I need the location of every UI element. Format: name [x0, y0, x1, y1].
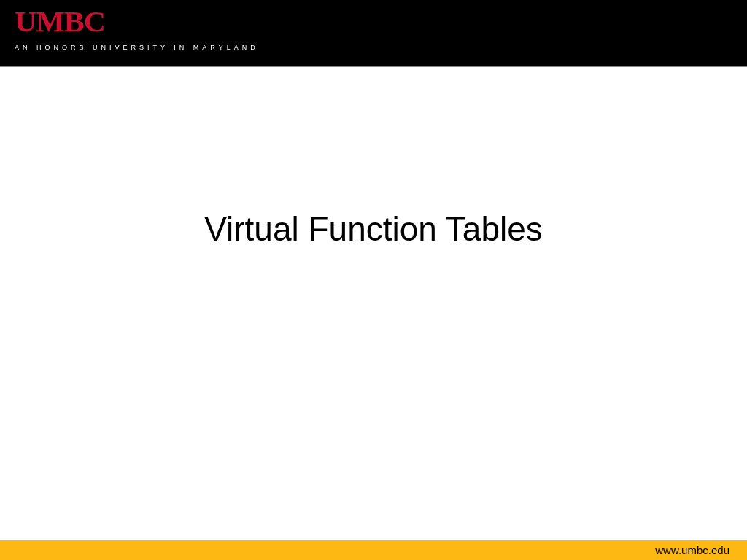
university-tagline: AN HONORS UNIVERSITY IN MARYLAND — [15, 44, 732, 51]
slide-footer: www.umbc.edu — [0, 540, 747, 560]
footer-url: www.umbc.edu — [655, 544, 729, 556]
umbc-logo: UMBC — [15, 7, 747, 36]
slide-title: Virtual Function Tables — [204, 209, 543, 249]
slide-content: Virtual Function Tables — [0, 67, 747, 540]
slide-header: UMBC AN HONORS UNIVERSITY IN MARYLAND — [0, 0, 747, 67]
